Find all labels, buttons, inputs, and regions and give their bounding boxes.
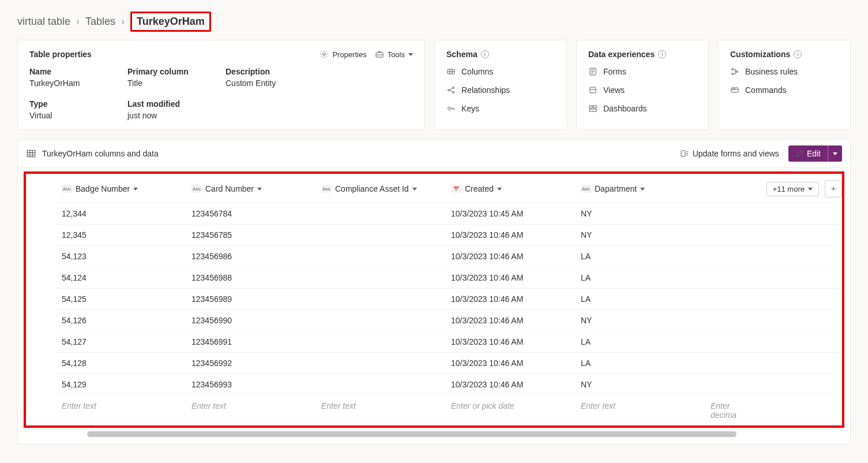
cell-comp[interactable] — [314, 374, 444, 395]
cell-comp[interactable] — [314, 225, 444, 245]
new-row-extra-input[interactable]: Enter decima — [704, 395, 756, 425]
custom-link-commands[interactable]: Commands — [730, 85, 839, 95]
cell-dept[interactable]: NY — [574, 374, 704, 395]
cell-badge[interactable]: 12,345 — [55, 225, 185, 245]
cell-card[interactable]: 123456989 — [185, 289, 314, 309]
more-columns-button[interactable]: +11 more — [766, 182, 819, 196]
cell-dept[interactable]: NY — [574, 310, 704, 331]
cell-comp[interactable] — [314, 267, 444, 288]
table-row[interactable]: 12,34412345678410/3/2023 10:45 AMNY — [55, 203, 842, 224]
cell-created[interactable]: 10/3/2023 10:46 AM — [444, 225, 574, 245]
info-icon[interactable]: i — [658, 50, 666, 58]
cell-card[interactable]: 123456993 — [185, 374, 314, 395]
cell-created[interactable]: 10/3/2023 10:46 AM — [444, 353, 574, 374]
cell-card[interactable]: 123456990 — [185, 310, 314, 331]
cell-badge[interactable]: 54,123 — [55, 246, 185, 267]
dataexp-link-forms[interactable]: Forms — [588, 67, 697, 76]
schema-link-keys[interactable]: Keys — [446, 104, 555, 113]
column-header-compliance-asset-id[interactable]: Abc Compliance Asset Id — [314, 178, 444, 199]
dataexp-link-views[interactable]: Views — [588, 85, 697, 95]
prop-type-label: Type — [29, 99, 104, 109]
cell-badge[interactable]: 54,124 — [55, 267, 185, 288]
schema-link-columns[interactable]: Columns — [446, 67, 555, 76]
cell-comp[interactable] — [314, 331, 444, 352]
cell-badge[interactable]: 54,129 — [55, 374, 185, 395]
cell-dept[interactable]: NY — [574, 203, 704, 224]
breadcrumb-level2[interactable]: Tables — [85, 16, 115, 28]
edit-button[interactable]: Edit — [788, 145, 828, 162]
column-header-created[interactable]: 📅 Created — [444, 178, 574, 199]
new-row-card-input[interactable]: Enter text — [185, 395, 314, 425]
cell-dept[interactable]: LA — [574, 289, 704, 309]
cell-card[interactable]: 123456784 — [185, 203, 314, 224]
new-row[interactable]: Enter text Enter text Enter text Enter o… — [55, 395, 842, 425]
table-row[interactable]: 54,12512345698910/3/2023 10:46 AMLA — [55, 288, 842, 309]
custom-commands-label: Commands — [745, 85, 787, 95]
table-row[interactable]: 12,34512345678510/3/2023 10:46 AMNY — [55, 224, 842, 245]
cell-comp[interactable] — [314, 310, 444, 331]
cell-comp[interactable] — [314, 353, 444, 374]
new-row-comp-input[interactable]: Enter text — [314, 395, 444, 425]
cell-created[interactable]: 10/3/2023 10:46 AM — [444, 331, 574, 352]
cell-comp[interactable] — [314, 246, 444, 267]
dataexp-link-dashboards[interactable]: Dashboards — [588, 104, 697, 113]
table-row[interactable]: 54,12912345699310/3/2023 10:46 AMNY — [55, 374, 842, 395]
columns-icon — [446, 67, 456, 76]
cell-badge[interactable]: 54,128 — [55, 353, 185, 374]
horizontal-scrollbar[interactable] — [87, 431, 737, 437]
grid-header-row: Abc Badge Number Abc Card Number Abc Com… — [55, 175, 842, 203]
cell-dept[interactable]: NY — [574, 225, 704, 245]
table-row[interactable]: 54,12412345698810/3/2023 10:46 AMLA — [55, 267, 842, 288]
cell-badge[interactable]: 54,127 — [55, 331, 185, 352]
cell-card[interactable]: 123456991 — [185, 331, 314, 352]
table-row[interactable]: 54,12812345699210/3/2023 10:46 AMLA — [55, 352, 842, 374]
update-forms-views-button[interactable]: Update forms and views — [677, 147, 783, 160]
info-icon[interactable]: i — [481, 50, 489, 58]
add-column-button[interactable]: ＋ — [825, 180, 842, 197]
cell-card[interactable]: 123456785 — [185, 225, 314, 245]
prop-modified-label: Last modified — [127, 99, 202, 109]
cell-badge[interactable]: 54,126 — [55, 310, 185, 331]
table-row[interactable]: 54,12612345699010/3/2023 10:46 AMNY — [55, 309, 842, 331]
custom-link-business-rules[interactable]: Business rules — [730, 67, 839, 76]
cell-comp[interactable] — [314, 289, 444, 309]
cell-created[interactable]: 10/3/2023 10:46 AM — [444, 310, 574, 331]
cell-card[interactable]: 123456992 — [185, 353, 314, 374]
cell-created[interactable]: 10/3/2023 10:46 AM — [444, 246, 574, 267]
cell-created[interactable]: 10/3/2023 10:45 AM — [444, 203, 574, 224]
properties-button[interactable]: Properties — [320, 50, 366, 59]
cell-card[interactable]: 123456988 — [185, 267, 314, 288]
column-header-dapartment[interactable]: Abc Dapartment — [574, 178, 704, 199]
new-row-created-input[interactable]: Enter or pick date — [444, 395, 574, 425]
tools-button[interactable]: Tools — [375, 50, 413, 59]
schema-link-relationships[interactable]: Relationships — [446, 85, 555, 95]
info-icon[interactable]: i — [794, 50, 802, 58]
cell-created[interactable]: 10/3/2023 10:46 AM — [444, 267, 574, 288]
refresh-views-icon — [680, 149, 689, 158]
column-header-badge-number[interactable]: Abc Badge Number — [55, 178, 185, 199]
table-row[interactable]: 54,12712345699110/3/2023 10:46 AMLA — [55, 331, 842, 352]
cell-created[interactable]: 10/3/2023 10:46 AM — [444, 374, 574, 395]
prop-primary-label: Primary column — [127, 67, 202, 76]
edit-dropdown-button[interactable] — [828, 145, 842, 162]
new-row-badge-input[interactable]: Enter text — [55, 395, 185, 425]
cell-dept[interactable]: LA — [574, 353, 704, 374]
cell-badge[interactable]: 54,125 — [55, 289, 185, 309]
cell-badge[interactable]: 12,344 — [55, 203, 185, 224]
table-row[interactable]: 54,12312345698610/3/2023 10:46 AMLA — [55, 245, 842, 267]
cell-dept[interactable]: LA — [574, 246, 704, 267]
svg-point-6 — [448, 107, 451, 110]
chevron-down-icon — [640, 188, 645, 191]
breadcrumb-level1[interactable]: virtual table — [17, 16, 70, 28]
cell-dept[interactable]: LA — [574, 331, 704, 352]
svg-point-5 — [453, 92, 454, 94]
cell-comp[interactable] — [314, 203, 444, 224]
schema-columns-label: Columns — [461, 67, 493, 76]
column-header-card-number[interactable]: Abc Card Number — [185, 178, 314, 199]
card-table-properties: Table properties Properties Tools — [17, 40, 425, 130]
new-row-dept-input[interactable]: Enter text — [574, 395, 704, 425]
gear-icon — [320, 50, 329, 59]
cell-card[interactable]: 123456986 — [185, 246, 314, 267]
cell-created[interactable]: 10/3/2023 10:46 AM — [444, 289, 574, 309]
cell-dept[interactable]: LA — [574, 267, 704, 288]
